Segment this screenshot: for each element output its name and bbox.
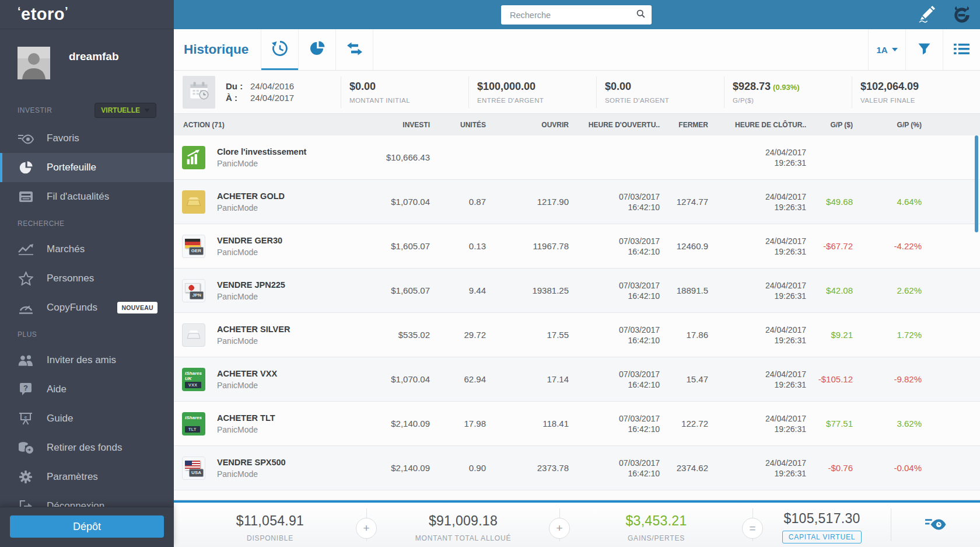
stat-label: SORTIE D'ARGENT xyxy=(605,97,724,104)
column-header[interactable]: UNITÉS xyxy=(430,121,486,129)
sidebar-item-fil-dactualites[interactable]: Fil d'actualités xyxy=(0,182,174,211)
filter-button[interactable] xyxy=(906,29,943,70)
sidebar-item-label: Aide xyxy=(47,384,66,395)
gp-pct: 3.62% xyxy=(853,419,922,428)
edit-pencil-icon[interactable] xyxy=(917,5,937,26)
invested-value: $1,070.04 xyxy=(337,197,430,207)
tab-allocation[interactable] xyxy=(299,29,335,70)
deposit-button[interactable]: Dépôt xyxy=(10,515,164,538)
open-datetime: 07/03/201716:42:10 xyxy=(569,325,660,346)
close-rate: 122.72 xyxy=(660,419,708,428)
section-recherche: RECHERCHE xyxy=(0,211,174,235)
column-header[interactable]: G/P (%) xyxy=(853,121,922,129)
invested-value: $1,605.07 xyxy=(337,285,430,295)
watchlist-eye-button[interactable] xyxy=(891,503,980,547)
table-row[interactable]: ACHETER SILVERPanicMode $535.02 29.72 17… xyxy=(174,313,980,357)
table-row[interactable]: JPN VENDRE JPN225PanicMode $1,605.07 9.4… xyxy=(174,269,980,313)
avatar[interactable] xyxy=(18,47,50,79)
summary-stat: $102,064.09 VALEUR FINALE xyxy=(852,76,980,108)
action-name: VENDRE JPN225 xyxy=(217,280,285,290)
sidebar-item-marches[interactable]: Marchés xyxy=(0,235,174,264)
units-value: 9.44 xyxy=(430,285,486,295)
sidebar-nav: Favoris Portefeuille Fil d'actualités xyxy=(0,124,174,211)
chevron-down-icon xyxy=(892,48,898,51)
close-rate: 1274.77 xyxy=(660,197,708,207)
tab-bar: Historique 1A xyxy=(174,29,980,71)
gold-bar-icon xyxy=(182,190,205,214)
tab-transactions[interactable] xyxy=(336,29,373,70)
column-header[interactable]: OUVRIR xyxy=(486,121,569,129)
etoro-logo[interactable]: ‘etoro’ xyxy=(18,6,68,23)
gp-pct: 1.72% xyxy=(853,330,922,340)
stat-value: $91,009.18 xyxy=(367,513,559,529)
sidebar-item-inviter[interactable]: Inviter des amis xyxy=(0,346,174,375)
invested-value: $10,666.43 xyxy=(337,152,430,162)
table-row[interactable]: GER VENDRE GER30PanicMode $1,605.07 0.13… xyxy=(174,224,980,269)
invite-friends-icon xyxy=(18,353,34,368)
logo-horn-right: ’ xyxy=(65,5,68,18)
footer-stat-equity: $105,517.30 CAPITAL VIRTUEL xyxy=(753,503,891,547)
sidebar-item-portefeuille[interactable]: Portefeuille xyxy=(0,153,174,182)
stat-value: $100,000.00 xyxy=(477,81,596,93)
table-row[interactable]: USA VENDRE SPX500PanicMode $2,140.09 0.9… xyxy=(174,446,980,490)
gp-pct: -9.82% xyxy=(853,374,922,384)
column-header[interactable]: HEURE DE CLÔTUR.. xyxy=(708,121,806,129)
date-range-picker[interactable] xyxy=(183,76,215,109)
open-datetime: 07/03/201716:42:10 xyxy=(569,369,660,390)
gp-usd: -$67.72 xyxy=(806,241,853,251)
list-view-button[interactable] xyxy=(943,29,980,70)
action-name: ACHETER SILVER xyxy=(217,325,290,334)
sidebar-item-parametres[interactable]: Paramètres xyxy=(0,462,174,492)
watchlist-eye-icon xyxy=(925,517,946,534)
sidebar-item-personnes[interactable]: Personnes xyxy=(0,264,174,293)
footer-balance-bar: $11,054.91 DISPONIBLE + $91,009.18 MONTA… xyxy=(174,500,980,547)
to-label: À : xyxy=(226,92,250,104)
invested-value: $535.02 xyxy=(337,330,430,340)
scrollbar-thumb[interactable] xyxy=(975,135,978,232)
silver-bar-icon xyxy=(182,323,205,347)
sidebar-item-copyfunds[interactable]: CopyFunds NOUVEAU xyxy=(0,293,174,322)
action-name: VENDRE SPX500 xyxy=(217,458,286,467)
sidebar-item-aide[interactable]: ? Aide xyxy=(0,375,174,404)
table-row[interactable]: iShares TLT ACHETER TLTPanicMode $2,140.… xyxy=(174,402,980,446)
sidebar-item-retirer-des-fonds[interactable]: Retirer des fonds xyxy=(0,433,174,462)
column-header[interactable]: ACTION (71) xyxy=(174,121,337,129)
table-row[interactable]: Clore l'investissementPanicMode $10,666.… xyxy=(174,135,980,180)
column-header[interactable]: INVESTI xyxy=(337,121,430,129)
from-date: 24/04/2016 xyxy=(250,81,294,92)
invested-value: $1,605.07 xyxy=(337,241,430,251)
table-row[interactable]: iShares UK VXX ACHETER VXXPanicMode $1,0… xyxy=(174,357,980,402)
withdraw-funds-icon xyxy=(18,440,34,455)
virtual-mode-toggle[interactable]: VIRTUELLE xyxy=(94,103,156,118)
open-datetime: 07/03/201716:42:10 xyxy=(569,280,660,301)
gp-usd: $77.51 xyxy=(806,419,853,428)
period-value: 1A xyxy=(876,45,887,55)
stat-label: ENTRÉE D'ARGENT xyxy=(477,97,596,104)
units-value: 0.90 xyxy=(430,463,486,473)
units-value: 17.98 xyxy=(430,419,486,428)
logo-horn-left: ‘ xyxy=(18,5,21,18)
table-row[interactable]: ACHETER GOLDPanicMode $1,070.04 0.87 121… xyxy=(174,180,980,224)
period-selector[interactable]: 1A xyxy=(869,29,905,70)
search-input[interactable] xyxy=(509,10,636,20)
stat-label: G/P($) xyxy=(733,97,852,104)
sidebar-item-label: Marchés xyxy=(47,243,85,255)
stat-label: MONTANT TOTAL ALLOUÉ xyxy=(367,534,559,542)
column-header[interactable]: HEURE D'OUVERTU.. xyxy=(569,121,660,129)
tab-history[interactable] xyxy=(261,29,298,70)
sidebar: ‘etoro’ dreamfab INVESTIR VIRTUELLE Favo… xyxy=(0,0,174,547)
stat-label: DISPONIBLE xyxy=(174,534,366,542)
column-header[interactable]: G/P ($) xyxy=(806,121,853,129)
etoro-bird-icon[interactable] xyxy=(952,5,972,26)
divider: + xyxy=(366,508,367,541)
column-header[interactable]: FERMER xyxy=(660,121,708,129)
sidebar-item-label: Retirer des fonds xyxy=(47,442,122,454)
stat-percent: (0.93%) xyxy=(773,83,800,92)
sidebar-item-favoris[interactable]: Favoris xyxy=(0,124,174,153)
gp-pct: -0.04% xyxy=(853,463,922,473)
action-name: ACHETER GOLD xyxy=(217,191,285,201)
stat-label: VALEUR FINALE xyxy=(860,97,980,104)
sidebar-item-guide[interactable]: e Guide xyxy=(0,404,174,433)
stat-value: $11,054.91 xyxy=(174,513,366,529)
sidebar-item-label: Favoris xyxy=(47,133,79,144)
